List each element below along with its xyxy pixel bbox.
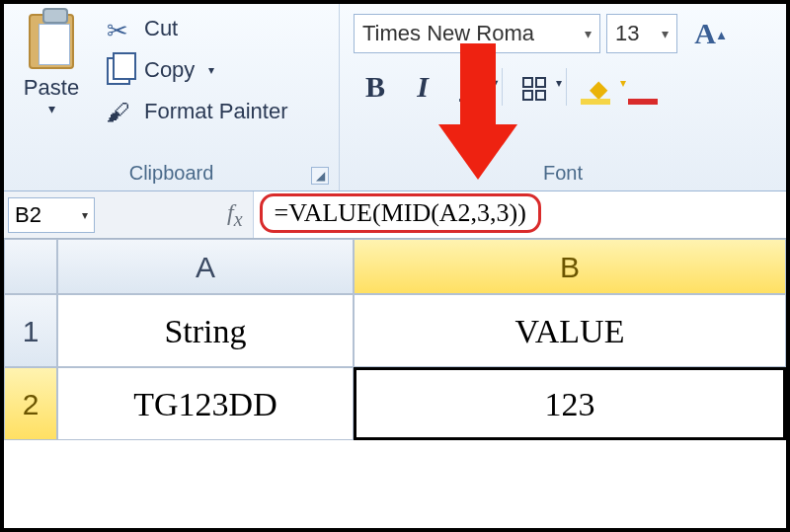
- name-box[interactable]: B2 ▾: [8, 197, 95, 233]
- brush-icon: [107, 99, 134, 124]
- cell-A1[interactable]: String: [57, 294, 354, 367]
- font-color-swatch: [628, 99, 658, 105]
- font-size-combo[interactable]: 13 ▾: [606, 14, 677, 53]
- ribbon-group-clipboard: Paste ▾ Cut Copy ▾ Format Painter: [4, 4, 340, 190]
- separator: [502, 68, 503, 106]
- name-box-value: B2: [15, 202, 41, 228]
- cut-button[interactable]: Cut: [101, 12, 333, 45]
- paste-dropdown-icon[interactable]: ▾: [48, 101, 55, 116]
- chevron-down-icon: ▾: [82, 208, 88, 222]
- cut-label: Cut: [144, 16, 178, 41]
- column-header-A[interactable]: A: [57, 239, 354, 294]
- separator: [566, 68, 567, 106]
- format-painter-button[interactable]: Format Painter: [101, 95, 333, 128]
- chevron-down-icon: ▾: [662, 26, 669, 41]
- chevron-down-icon[interactable]: ▾: [556, 61, 562, 105]
- copy-icon: [107, 57, 134, 83]
- increase-font-button[interactable]: A▴: [683, 14, 727, 53]
- clipboard-group-label: Clipboard ◢: [4, 160, 339, 190]
- formula-bar[interactable]: =VALUE(MID(A2,3,3)): [253, 191, 786, 238]
- paste-button[interactable]: Paste ▾: [10, 10, 93, 160]
- copy-label: Copy: [144, 57, 195, 83]
- format-painter-label: Format Painter: [144, 99, 288, 124]
- bold-button[interactable]: B: [354, 65, 397, 109]
- paste-icon: [29, 14, 74, 69]
- spreadsheet-grid: A B 1 String VALUE 2 TG123DD 123: [4, 239, 786, 440]
- ribbon-group-font: Times New Roma ▾ 13 ▾ A▴ B I U▾ ▾: [340, 4, 786, 190]
- cell-A2[interactable]: TG123DD: [57, 367, 354, 440]
- row-header-2[interactable]: 2: [4, 367, 57, 440]
- formula-bar-row: B2 ▾ fx =VALUE(MID(A2,3,3)): [4, 191, 786, 239]
- italic-button[interactable]: I: [401, 65, 444, 109]
- font-group-label: Font: [340, 160, 786, 190]
- column-header-B[interactable]: B: [354, 239, 786, 294]
- font-name-combo[interactable]: Times New Roma ▾: [354, 14, 600, 53]
- copy-button[interactable]: Copy ▾: [101, 53, 333, 87]
- borders-icon: [522, 77, 546, 101]
- fill-color-button[interactable]: ▾: [577, 65, 620, 109]
- fx-icon[interactable]: fx: [217, 199, 253, 231]
- clipboard-launcher-icon[interactable]: ◢: [311, 167, 329, 185]
- cell-B1[interactable]: VALUE: [354, 294, 786, 367]
- chevron-down-icon[interactable]: ▾: [492, 61, 498, 105]
- cell-B2[interactable]: 123: [354, 367, 786, 440]
- formula-text[interactable]: =VALUE(MID(A2,3,3)): [260, 193, 541, 233]
- font-size-value: 13: [615, 21, 639, 46]
- underline-button[interactable]: U▾: [448, 65, 492, 109]
- select-all-corner[interactable]: [4, 239, 57, 294]
- borders-button[interactable]: ▾: [513, 65, 556, 109]
- row-header-1[interactable]: 1: [4, 294, 57, 367]
- copy-dropdown-icon[interactable]: ▾: [208, 63, 214, 77]
- paste-label: Paste: [24, 75, 79, 101]
- font-name-value: Times New Roma: [362, 21, 534, 46]
- fill-color-swatch: [581, 99, 610, 105]
- font-color-button[interactable]: [624, 65, 668, 109]
- scissors-icon: [107, 16, 134, 41]
- chevron-down-icon: ▾: [585, 26, 592, 41]
